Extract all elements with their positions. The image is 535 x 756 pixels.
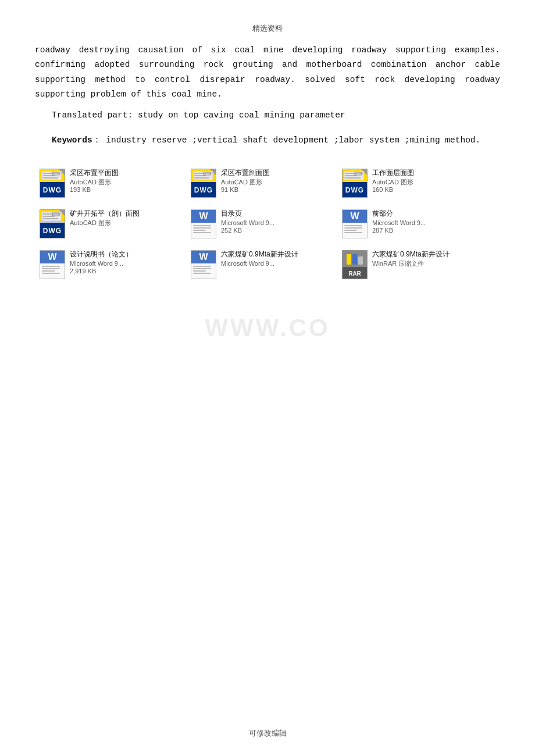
word-line — [344, 225, 362, 226]
translated-paragraph: Translated part: study on top caving coa… — [35, 108, 500, 123]
file-type: AutoCAD 图形 — [70, 178, 119, 186]
file-item[interactable]: W 六家煤矿0.9Mta新井设计 — [186, 247, 337, 283]
file-item[interactable]: DWG 矿井开拓平（剖）面图 AutoCAD 图形 — [35, 206, 186, 242]
file-item[interactable]: DWG 采区布置剖面图 AutoCAD 图形 91 KB — [186, 165, 337, 201]
word-w-letter: W — [199, 252, 208, 262]
word-line — [193, 266, 211, 267]
word-line — [344, 227, 362, 229]
file-info: 采区布置平面图 AutoCAD 图形 193 KB — [70, 169, 119, 193]
file-size: 91 KB — [221, 186, 270, 193]
file-name: 矿井开拓平（剖）面图 — [70, 209, 140, 219]
file-size: 160 KB — [372, 186, 414, 193]
dwg-icon: DWG — [40, 169, 65, 198]
word-line — [42, 270, 55, 272]
file-item[interactable]: W 前部分 Microsof — [337, 206, 488, 242]
file-name: 采区布置平面图 — [70, 169, 119, 178]
file-info: 矿井开拓平（剖）面图 AutoCAD 图形 — [70, 209, 140, 227]
dwg-drawing — [42, 212, 62, 221]
file-row-1: DWG 采区布置平面图 AutoCAD 图形 193 KB — [35, 165, 500, 201]
file-item[interactable]: RAR 六家煤矿0.9Mta新井设计 WinRAR 压缩文件 — [337, 247, 488, 283]
file-type: Microsoft Word 9... — [221, 219, 274, 227]
file-info: 目录页 Microsoft Word 9... 252 KB — [221, 209, 274, 234]
file-name: 工作面层面图 — [372, 169, 414, 178]
word-icon: W — [342, 209, 368, 238]
word-line — [193, 273, 211, 274]
word-lines — [193, 224, 214, 233]
bottom-footer: 可修改编辑 — [0, 728, 535, 739]
word-icon: W — [40, 250, 65, 279]
file-size: 2,919 KB — [70, 268, 133, 274]
file-name: 目录页 — [221, 209, 274, 219]
word-lines — [344, 224, 365, 233]
word-w-letter: W — [350, 211, 359, 222]
dwg-label: DWG — [194, 186, 213, 194]
file-item[interactable]: W 目录页 Microsof — [186, 206, 337, 242]
file-info: 工作面层面图 AutoCAD 图形 160 KB — [372, 169, 414, 193]
word-lines — [193, 265, 214, 274]
word-w-letter: W — [48, 252, 56, 262]
file-name: 设计说明书（论文） — [70, 250, 133, 259]
file-size: 252 KB — [221, 227, 274, 234]
main-paragraph: roadway destroying causation of six coal… — [35, 43, 500, 102]
file-type: AutoCAD 图形 — [221, 178, 270, 186]
file-item[interactable]: W 设计说明书（论文） Mi — [35, 247, 186, 283]
file-name: 六家煤矿0.9Mta新井设计 — [221, 250, 298, 259]
word-line — [42, 266, 60, 267]
file-info: 六家煤矿0.9Mta新井设计 Microsoft Word 9... — [221, 250, 298, 268]
file-info: 设计说明书（论文） Microsoft Word 9... 2,919 KB — [70, 250, 133, 274]
word-line — [344, 230, 357, 231]
rar-icon: RAR — [342, 250, 368, 279]
word-line — [42, 268, 60, 269]
keywords-colon: ： — [92, 135, 101, 145]
page: 精选资料 roadway destroying causation of six… — [0, 0, 535, 756]
word-icon: W — [191, 209, 216, 238]
dwg-drawing — [193, 171, 213, 180]
file-type: AutoCAD 图形 — [372, 178, 414, 186]
watermark: WWW.CO — [205, 314, 330, 342]
dwg-icon: DWG — [191, 169, 216, 198]
word-line — [344, 232, 362, 233]
files-section: DWG 采区布置平面图 AutoCAD 图形 193 KB — [35, 165, 500, 287]
dwg-label: DWG — [43, 186, 62, 194]
file-name: 采区布置剖面图 — [221, 169, 270, 178]
file-item[interactable]: DWG 工作面层面图 AutoCAD 图形 160 KB — [337, 165, 488, 201]
word-icon: W — [191, 250, 216, 279]
file-row-3: W 设计说明书（论文） Mi — [35, 247, 500, 283]
word-line — [193, 227, 211, 229]
file-type: AutoCAD 图形 — [70, 219, 140, 227]
file-size: 193 KB — [70, 186, 119, 193]
file-type: Microsoft Word 9... — [221, 259, 298, 268]
dwg-drawing — [42, 171, 62, 180]
keywords-label: Keywords — [52, 135, 92, 145]
file-info: 六家煤矿0.9Mta新井设计 WinRAR 压缩文件 — [372, 250, 450, 268]
file-type: Microsoft Word 9... — [372, 219, 426, 227]
word-lines — [42, 265, 63, 274]
word-line — [42, 273, 60, 274]
word-line — [193, 225, 211, 226]
word-w-letter: W — [199, 211, 208, 222]
file-item[interactable]: DWG 采区布置平面图 AutoCAD 图形 193 KB — [35, 165, 186, 201]
file-name: 六家煤矿0.9Mta新井设计 — [372, 250, 450, 259]
dwg-label: DWG — [43, 227, 62, 235]
file-info: 前部分 Microsoft Word 9... 287 KB — [372, 209, 426, 234]
file-info: 采区布置剖面图 AutoCAD 图形 91 KB — [221, 169, 270, 193]
dwg-icon: DWG — [342, 169, 368, 198]
dwg-drawing — [344, 171, 364, 180]
word-line — [193, 230, 206, 231]
rar-label: RAR — [348, 270, 361, 277]
word-line — [193, 232, 211, 233]
file-name: 前部分 — [372, 209, 426, 219]
file-size: 287 KB — [372, 227, 426, 234]
keywords-section: Keywords： industry reserve ;vertical sha… — [35, 133, 500, 148]
dwg-icon: DWG — [40, 209, 65, 238]
file-type: Microsoft Word 9... — [70, 259, 133, 268]
word-line — [193, 268, 211, 269]
rar-books — [347, 253, 363, 265]
keywords-text: industry reserve ;vertical shaft develop… — [101, 135, 481, 145]
dwg-label: DWG — [345, 186, 364, 194]
file-row-2: DWG 矿井开拓平（剖）面图 AutoCAD 图形 W — [35, 206, 500, 242]
top-header: 精选资料 — [35, 23, 500, 34]
file-type: WinRAR 压缩文件 — [372, 259, 450, 268]
rar-book — [352, 254, 357, 265]
rar-book — [347, 254, 351, 265]
